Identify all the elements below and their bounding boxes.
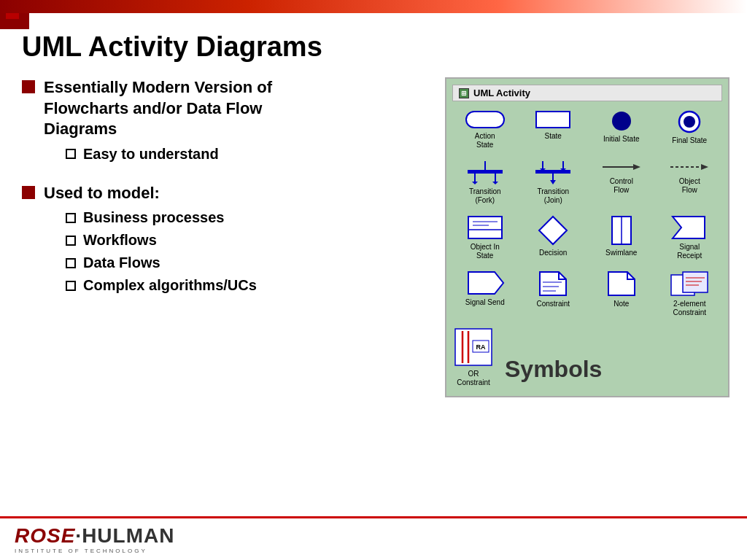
symbol-object-flow: ObjectFlow — [657, 157, 723, 208]
fork-shape — [465, 160, 506, 184]
uml-panel-header: ⊞ UML Activity — [452, 85, 722, 101]
svg-rect-22 — [468, 217, 502, 238]
svg-marker-31 — [540, 272, 566, 295]
sub-bullets-1: Easy to understand — [66, 146, 272, 163]
signal-send-shape — [467, 271, 503, 295]
sub-bullet-label-workflows: Workflows — [83, 232, 157, 249]
or-constraint-shape: RA — [454, 327, 493, 367]
bullet-square-2 — [22, 186, 35, 199]
symbol-constraint: Constraint — [521, 268, 587, 320]
sub-bullet-label-data: Data Flows — [83, 254, 160, 271]
sub-bullet-box-w — [66, 236, 76, 246]
svg-text:RA: RA — [476, 343, 486, 351]
bullet-text-1: Essentially Modern Version ofFlowcharts … — [44, 77, 272, 140]
action-state-shape — [465, 110, 506, 129]
join-shape — [533, 160, 573, 184]
svg-marker-29 — [673, 217, 705, 238]
sub-bullet-box-d — [66, 258, 76, 268]
symbol-row-3: Object InState Decision — [452, 212, 722, 263]
symbol-state: State — [521, 107, 587, 152]
sub-bullet-data: Data Flows — [66, 254, 257, 271]
svg-marker-19 — [633, 164, 640, 170]
sub-bullet-label-business: Business processes — [83, 209, 224, 226]
logo-area: ROSE·HULMAN INSTITUTE OF TECHNOLOGY — [15, 524, 174, 554]
decision-label: Decision — [539, 249, 567, 257]
2element-label: 2-elementConstraint — [673, 300, 706, 317]
or-constraint-label: ORConstraint — [457, 370, 490, 387]
svg-marker-10 — [492, 182, 498, 184]
signal-receipt-shape — [671, 215, 708, 240]
decision-shape — [538, 215, 568, 246]
svg-rect-15 — [535, 170, 570, 174]
svg-rect-0 — [466, 112, 504, 128]
logo-text: ROSE·HULMAN — [15, 524, 174, 548]
constraint-shape — [538, 271, 568, 297]
bullet-item-1: Essentially Modern Version ofFlowcharts … — [22, 77, 430, 168]
constraint-label: Constraint — [536, 300, 570, 308]
control-flow-shape — [601, 160, 642, 174]
symbol-control-flow: ControlFlow — [589, 157, 654, 208]
signal-receipt-label: SignalReceipt — [677, 243, 702, 260]
join-label: Transition(Join) — [537, 187, 569, 205]
svg-point-4 — [684, 116, 695, 128]
symbol-action-state: ActionState — [452, 107, 518, 152]
logo-subtitle: INSTITUTE OF TECHNOLOGY — [15, 548, 174, 554]
object-in-state-label: Object InState — [471, 243, 500, 260]
top-bar — [0, 0, 747, 13]
symbol-decision: Decision — [521, 212, 587, 263]
initial-state-label: Initial State — [603, 135, 639, 144]
symbols-big-label: Symbols — [498, 349, 609, 390]
2element-shape — [670, 271, 709, 297]
svg-marker-21 — [701, 164, 708, 170]
content-layout: Essentially Modern Version ofFlowcharts … — [22, 77, 725, 397]
sub-bullet-workflows: Workflows — [66, 232, 257, 249]
sub-bullet-label-easy: Easy to understand — [83, 146, 219, 163]
svg-rect-1 — [536, 112, 570, 128]
bottom-bar: ROSE·HULMAN INSTITUTE OF TECHNOLOGY — [0, 516, 747, 560]
svg-marker-26 — [539, 217, 567, 244]
swimlane-label: Swimlane — [605, 249, 637, 257]
object-flow-label: ObjectFlow — [679, 177, 700, 195]
sub-bullet-complex: Complex algorithms/UCs — [66, 277, 257, 294]
symbol-swimlane: Swimlane — [589, 212, 654, 263]
panel-icon: ⊞ — [459, 88, 469, 98]
svg-marker-30 — [468, 272, 503, 294]
symbol-join: Transition(Join) — [521, 157, 587, 208]
sub-bullet-business: Business processes — [66, 209, 257, 226]
svg-marker-8 — [472, 182, 478, 184]
sub-bullet-easy: Easy to understand — [66, 146, 272, 163]
symbol-fork: Transition(Fork) — [452, 157, 518, 208]
bottom-row: RA ORConstraint Symbols — [452, 324, 722, 390]
svg-marker-17 — [550, 180, 556, 184]
object-flow-shape — [669, 160, 710, 174]
symbol-note: Note — [589, 268, 654, 320]
symbol-signal-send: Signal Send — [452, 268, 518, 320]
swimlane-shape — [611, 215, 632, 246]
page-title: UML Activity Diagrams — [22, 31, 725, 63]
state-shape — [535, 110, 571, 129]
fork-label: Transition(Fork) — [469, 187, 501, 205]
final-state-label: Final State — [672, 136, 707, 145]
svg-point-2 — [612, 112, 631, 131]
uml-panel: ⊞ UML Activity ActionState — [445, 77, 729, 397]
panel-title: UML Activity — [473, 88, 530, 98]
bullet-square-1 — [22, 80, 35, 93]
left-content: Essentially Modern Version ofFlowcharts … — [22, 77, 430, 314]
object-in-state-shape — [467, 215, 503, 240]
control-flow-label: ControlFlow — [610, 177, 633, 195]
main-content: UML Activity Diagrams Essentially Modern… — [0, 13, 747, 516]
sub-bullet-label-complex: Complex algorithms/UCs — [83, 277, 257, 294]
symbol-initial-state: Initial State — [589, 107, 654, 152]
symbol-row-1: ActionState State — [452, 107, 722, 152]
symbol-object-in-state: Object InState — [452, 212, 518, 263]
symbol-row-4: Signal Send Constra — [452, 268, 722, 320]
svg-rect-37 — [683, 272, 708, 292]
bullet-text-2: Used to model: — [44, 183, 257, 204]
sub-bullet-box-c — [66, 281, 76, 291]
symbol-signal-receipt: SignalReceipt — [657, 212, 723, 263]
note-shape — [607, 271, 636, 297]
sub-bullet-box-b — [66, 213, 76, 223]
svg-marker-35 — [608, 272, 635, 295]
bullet-item-2: Used to model: Business processes Workfl… — [22, 183, 430, 300]
signal-send-label: Signal Send — [465, 298, 505, 307]
